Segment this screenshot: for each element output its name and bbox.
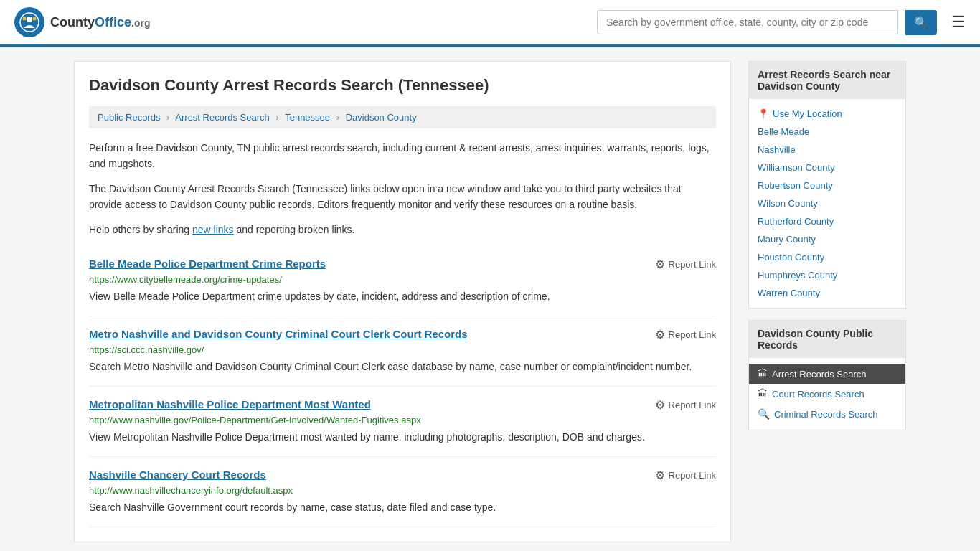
report-link-button[interactable]: ⚙ Report Link [655, 468, 716, 482]
result-header: Nashville Chancery Court Records ⚙ Repor… [89, 468, 716, 482]
nearby-link[interactable]: Houston County [758, 252, 824, 263]
report-link-label: Report Link [669, 400, 716, 410]
result-item: Belle Meade Police Department Crime Repo… [89, 246, 716, 316]
report-link-label: Report Link [669, 329, 716, 340]
sidebar-use-my-location[interactable]: 📍Use My Location [749, 105, 905, 123]
result-item: Nashville Chancery Court Records ⚙ Repor… [89, 457, 716, 527]
sidebar-item-nashville[interactable]: Nashville [749, 141, 905, 159]
result-desc: View Belle Meade Police Department crime… [89, 289, 716, 304]
report-link-button[interactable]: ⚙ Report Link [655, 398, 716, 412]
report-icon: ⚙ [655, 398, 665, 412]
sidebar-nearby-list: 📍Use My Location Belle Meade Nashville W… [749, 99, 905, 308]
sidebar-nearby-title: Arrest Records Search near Davidson Coun… [749, 62, 905, 99]
hamburger-menu-button[interactable]: ☰ [951, 13, 966, 32]
criminal-records-icon: 🔍 [758, 408, 770, 420]
result-item: Metropolitan Nashville Police Department… [89, 387, 716, 457]
sidebar-record-arrest[interactable]: 🏛 Arrest Records Search [749, 364, 905, 384]
criminal-records-link[interactable]: Criminal Records Search [774, 409, 878, 420]
description-p3-prefix: Help others by sharing [89, 224, 192, 235]
arrest-records-icon: 🏛 [758, 368, 768, 380]
search-input[interactable] [597, 10, 898, 34]
report-link-label: Report Link [669, 470, 716, 481]
report-icon: ⚙ [655, 468, 665, 482]
sidebar-item-humphreys[interactable]: Humphreys County [749, 266, 905, 284]
result-desc: Search Nashville Government court record… [89, 500, 716, 515]
search-button[interactable]: 🔍 [905, 10, 937, 35]
sidebar-item-wilson[interactable]: Wilson County [749, 194, 905, 212]
result-url: https://sci.ccc.nashville.gov/ [89, 344, 716, 355]
page-title: Davidson County Arrest Records Search (T… [89, 76, 716, 95]
svg-point-1 [27, 17, 32, 22]
nearby-link[interactable]: Rutherford County [758, 216, 834, 227]
svg-point-3 [33, 17, 37, 21]
location-icon: 📍 [758, 108, 769, 119]
result-desc: Search Metro Nashville and Davidson Coun… [89, 359, 716, 375]
nearby-link[interactable]: Humphreys County [758, 270, 837, 281]
sidebar-item-belle-meade[interactable]: Belle Meade [749, 123, 905, 141]
result-title[interactable]: Metro Nashville and Davidson County Crim… [89, 328, 468, 340]
description-p1: Perform a free Davidson County, TN publi… [89, 140, 716, 172]
result-header: Metropolitan Nashville Police Department… [89, 398, 716, 412]
sidebar-records-list: 🏛 Arrest Records Search 🏛 Court Records … [749, 358, 905, 430]
sidebar-record-criminal[interactable]: 🔍 Criminal Records Search [749, 404, 905, 424]
result-title[interactable]: Belle Meade Police Department Crime Repo… [89, 258, 326, 270]
result-title[interactable]: Metropolitan Nashville Police Department… [89, 398, 371, 410]
logo-area: CountyOffice.org [14, 7, 150, 37]
report-link-button[interactable]: ⚙ Report Link [655, 258, 716, 271]
main-content: Davidson County Arrest Records Search (T… [74, 61, 731, 542]
result-item: Metro Nashville and Davidson County Crim… [89, 316, 716, 387]
result-header: Belle Meade Police Department Crime Repo… [89, 258, 716, 271]
sidebar-record-court[interactable]: 🏛 Court Records Search [749, 384, 905, 404]
result-header: Metro Nashville and Davidson County Crim… [89, 328, 716, 342]
search-area: 🔍 ☰ [597, 10, 966, 35]
description-p3-suffix: and reporting broken links. [234, 224, 355, 235]
breadcrumb-sep-1: › [166, 112, 169, 123]
svg-point-2 [23, 17, 27, 21]
sidebar-public-records-title: Davidson County Public Records [749, 321, 905, 358]
breadcrumb-public-records[interactable]: Public Records [98, 112, 160, 123]
site-header: CountyOffice.org 🔍 ☰ [0, 0, 980, 47]
results-list: Belle Meade Police Department Crime Repo… [89, 246, 716, 527]
sidebar: Arrest Records Search near Davidson Coun… [748, 61, 906, 542]
logo-icon [14, 7, 44, 37]
sidebar-item-rutherford[interactable]: Rutherford County [749, 212, 905, 230]
sidebar-item-maury[interactable]: Maury County [749, 230, 905, 248]
result-url: https://www.citybellemeade.org/crime-upd… [89, 274, 716, 285]
report-icon: ⚙ [655, 258, 665, 271]
result-desc: View Metropolitan Nashville Police Depar… [89, 430, 716, 445]
court-records-link[interactable]: Court Records Search [772, 389, 864, 400]
arrest-records-link[interactable]: Arrest Records Search [772, 369, 867, 380]
new-links[interactable]: new links [192, 224, 234, 235]
breadcrumb-tennessee[interactable]: Tennessee [285, 112, 330, 123]
court-records-icon: 🏛 [758, 388, 768, 400]
logo-text: CountyOffice.org [50, 15, 150, 30]
nearby-link[interactable]: Robertson County [758, 180, 833, 191]
sidebar-item-houston[interactable]: Houston County [749, 248, 905, 266]
nearby-link[interactable]: Maury County [758, 234, 816, 245]
page-container: Davidson County Arrest Records Search (T… [60, 47, 920, 551]
breadcrumb-davidson-county[interactable]: Davidson County [346, 112, 417, 123]
breadcrumb-arrest-records[interactable]: Arrest Records Search [175, 112, 270, 123]
report-link-button[interactable]: ⚙ Report Link [655, 328, 716, 342]
nearby-link[interactable]: Nashville [758, 144, 796, 155]
result-url: http://www.nashville.gov/Police-Departme… [89, 415, 716, 425]
sidebar-public-records-section: Davidson County Public Records 🏛 Arrest … [748, 320, 906, 430]
report-link-label: Report Link [669, 259, 716, 270]
nearby-link[interactable]: Williamson County [758, 162, 835, 173]
nearby-link[interactable]: Warren County [758, 288, 820, 298]
result-title[interactable]: Nashville Chancery Court Records [89, 468, 266, 481]
nearby-link[interactable]: Belle Meade [758, 126, 809, 137]
sidebar-nearby-section: Arrest Records Search near Davidson Coun… [748, 61, 906, 309]
use-my-location-link[interactable]: Use My Location [773, 108, 842, 119]
result-url: http://www.nashvillechanceryinfo.org/def… [89, 485, 716, 496]
description-p2: The Davidson County Arrest Records Searc… [89, 181, 716, 213]
breadcrumb: Public Records › Arrest Records Search ›… [89, 106, 716, 128]
report-icon: ⚙ [655, 328, 665, 342]
nearby-link[interactable]: Wilson County [758, 198, 818, 209]
sidebar-item-williamson[interactable]: Williamson County [749, 159, 905, 176]
description-p3: Help others by sharing new links and rep… [89, 222, 716, 237]
breadcrumb-sep-2: › [275, 112, 278, 123]
sidebar-item-robertson[interactable]: Robertson County [749, 176, 905, 194]
sidebar-item-warren[interactable]: Warren County [749, 284, 905, 302]
breadcrumb-sep-3: › [336, 112, 339, 123]
